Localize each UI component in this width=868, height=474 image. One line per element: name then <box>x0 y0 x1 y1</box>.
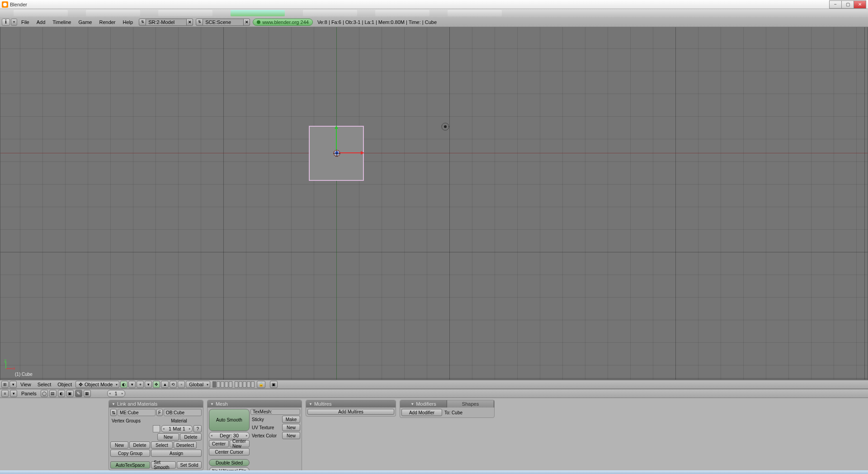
menu-add[interactable]: Add <box>33 18 49 26</box>
window-type-icon[interactable]: i <box>2 19 10 26</box>
vertexcolor-label: Vertex Color <box>250 432 278 439</box>
novnormalflip-toggle[interactable]: No V.Normal Flip <box>209 467 250 470</box>
vgroup-new-button[interactable]: New <box>110 441 128 449</box>
panel-head-mesh[interactable]: ▼Mesh <box>208 400 302 408</box>
menu-render[interactable]: Render <box>96 18 118 26</box>
window-maximize-button[interactable]: ▢ <box>841 0 854 9</box>
vcol-new-button[interactable]: New <box>282 432 300 439</box>
lock-layers-icon[interactable]: 🔒 <box>257 381 265 388</box>
scene-browse-icon[interactable]: ⇅ <box>196 19 203 26</box>
shading-solid-icon[interactable]: ◐ <box>120 381 127 388</box>
scene-delete-button[interactable]: ✕ <box>244 19 250 26</box>
me-browse-button[interactable]: ⇅ <box>110 409 117 416</box>
material-help-button[interactable]: ? <box>193 425 202 432</box>
menu-file[interactable]: File <box>18 18 33 26</box>
center-button[interactable]: Center <box>209 440 229 447</box>
add-modifier-button[interactable]: Add Modifier <box>401 409 442 416</box>
menu-view[interactable]: View <box>18 381 34 388</box>
context-scene-icon[interactable]: ▦ <box>84 390 91 397</box>
manipulator-rotate-icon[interactable]: ⟲ <box>170 381 177 388</box>
me-name-field[interactable]: ME:Cube <box>118 409 156 416</box>
pivot-icon[interactable]: ⌖ <box>137 381 144 388</box>
texmesh-field[interactable]: TexMesh: <box>250 409 300 415</box>
lamp-object[interactable] <box>441 122 450 131</box>
gizmo-x-arrow[interactable] <box>337 152 362 153</box>
set-solid-button[interactable]: Set Solid <box>177 461 202 469</box>
material-index-field[interactable]: 1 Mat 1 <box>161 425 193 432</box>
sticky-label: Sticky <box>250 416 265 423</box>
manipulator-translate-icon[interactable]: ▲ <box>161 381 169 388</box>
context-editing-icon[interactable]: ✎ <box>75 390 82 397</box>
blender-org-label: www.blender.org 244 <box>262 19 309 25</box>
3dview-type-icon[interactable]: ⊞ <box>1 381 9 388</box>
layer-buttons[interactable] <box>212 381 255 388</box>
screen-selector[interactable]: ⇅ SR:2-Model ✕ <box>139 19 193 26</box>
add-multires-button[interactable]: Add Multires <box>307 409 394 415</box>
mat-deselect-button[interactable]: Deselect <box>174 441 197 449</box>
gizmo-y-arrow[interactable] <box>336 128 337 152</box>
panel-head-multires[interactable]: ▼Multires <box>306 400 396 408</box>
mode-dropdown[interactable]: ✥Object Mode <box>75 381 119 388</box>
assign-button[interactable]: Assign <box>151 450 202 457</box>
header-stats: Ve:8 | Fa:6 | Ob:3-1 | La:1 | Mem:0.80M … <box>317 19 437 25</box>
menu-object[interactable]: Object <box>55 381 75 388</box>
doublesided-toggle[interactable]: Double Sided <box>209 459 250 466</box>
render-preview-icon[interactable]: ▣ <box>270 381 278 388</box>
autotexspace-toggle[interactable]: AutoTexSpace <box>110 461 150 469</box>
ob-name-field[interactable]: OB:Cube <box>164 409 202 416</box>
pivot-chevron-icon[interactable]: ▾ <box>145 381 152 388</box>
menu-select[interactable]: Select <box>35 381 54 388</box>
blender-app-icon <box>2 1 8 8</box>
screen-browse-icon[interactable]: ⇅ <box>139 19 146 26</box>
tab-modifiers[interactable]: ▼Modifiers <box>400 400 447 408</box>
me-f-button[interactable]: F <box>156 409 163 416</box>
panel-head-modifiers: ▼Modifiers Shapes <box>400 400 494 408</box>
3d-viewport[interactable]: xz (1) Cube <box>0 27 868 380</box>
window-minimize-button[interactable]: − <box>829 0 842 9</box>
frame-number-field[interactable]: 1 <box>107 390 125 397</box>
screen-name-field[interactable]: SR:2-Model <box>146 19 187 26</box>
context-shading-icon[interactable]: ◐ <box>58 390 65 397</box>
degr-field[interactable]: Degr: 30 <box>209 432 250 439</box>
mat-new-button[interactable]: New <box>157 433 179 441</box>
scene-name-field[interactable]: SCE:Scene <box>203 19 244 26</box>
shading-chevron-icon[interactable]: ▾ <box>128 381 136 388</box>
svg-text:z: z <box>4 360 7 363</box>
mode-label: Object Mode <box>85 382 113 387</box>
buttons-chevron-icon[interactable]: ▾ <box>10 390 17 397</box>
copy-group-button[interactable]: Copy Group <box>110 450 150 457</box>
screen-delete-button[interactable]: ✕ <box>187 19 193 26</box>
center-cursor-button[interactable]: Center Cursor <box>209 448 250 455</box>
manipulator-scale-icon[interactable]: ▫ <box>178 381 185 388</box>
svg-text:x: x <box>13 365 15 370</box>
panel-modifiers: ▼Modifiers Shapes Add Modifier To: Cube <box>400 400 495 418</box>
window-type-chevron-icon[interactable]: ▾ <box>11 19 17 26</box>
center-new-button[interactable]: Center New <box>230 440 250 447</box>
manipulator-toggle-icon[interactable]: ✥ <box>153 381 160 388</box>
menu-help[interactable]: Help <box>120 18 137 26</box>
context-script-icon[interactable]: ▤ <box>49 390 57 397</box>
menu-timeline[interactable]: Timeline <box>49 18 74 26</box>
sticky-make-button[interactable]: Make <box>282 416 300 423</box>
blender-org-link[interactable]: www.blender.org 244 <box>253 19 313 26</box>
orientation-dropdown[interactable]: Global <box>186 381 210 388</box>
material-swatch[interactable] <box>153 425 160 432</box>
context-object-icon[interactable]: ▣ <box>66 390 74 397</box>
autosmooth-toggle[interactable]: Auto Smooth <box>209 409 250 431</box>
windows-taskbar[interactable] <box>0 470 868 474</box>
scene-selector[interactable]: ⇅ SCE:Scene ✕ <box>196 19 250 26</box>
panel-head-link-materials[interactable]: ▼Link and Materials <box>109 400 203 408</box>
menu-game[interactable]: Game <box>75 18 95 26</box>
mat-select-button[interactable]: Select <box>151 441 173 449</box>
context-logic-icon[interactable]: ◯ <box>41 390 48 397</box>
vgroup-delete-button[interactable]: Delete <box>129 441 150 449</box>
uvtex-new-button[interactable]: New <box>282 424 300 431</box>
buttons-header: ≡ ▾ Panels ◯ ▤ ◐ ▣ ✎ ▦ 1 <box>0 389 868 398</box>
3dview-menu-chevron-icon[interactable]: ▾ <box>9 381 17 388</box>
window-close-button[interactable]: ✕ <box>854 0 866 9</box>
set-smooth-button[interactable]: Set Smooth <box>151 461 176 469</box>
mat-delete-button[interactable]: Delete <box>180 433 202 441</box>
panel-multires: ▼Multires Add Multires <box>306 400 396 417</box>
tab-shapes[interactable]: Shapes <box>447 400 494 408</box>
buttons-type-icon[interactable]: ≡ <box>1 390 9 397</box>
